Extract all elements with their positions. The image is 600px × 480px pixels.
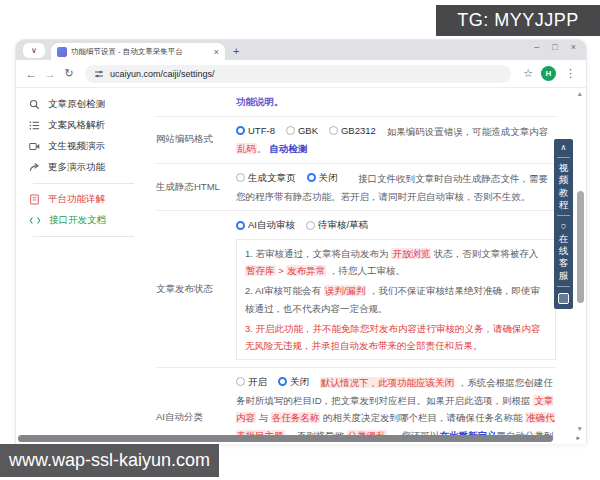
radio-label: 关闭 — [319, 169, 338, 187]
sidebar-item-label: 更多演示功能 — [48, 161, 105, 174]
tab-strip: ∨ 功能细节设置 - 自动文章采集平台 × + – □ × — [16, 40, 586, 60]
radio-classify-off[interactable]: 关闭 — [278, 373, 309, 391]
menu-dots-icon[interactable]: ⋮ — [565, 67, 576, 80]
sidebar-item-label: 平台功能详解 — [48, 193, 105, 206]
radio-classify-on[interactable]: 开启 — [236, 373, 267, 391]
address-bar[interactable]: ucaiyun.com/caiji/settings/ — [85, 65, 511, 83]
browser-toolbar: ← → ↻ ucaiyun.com/caiji/settings/ ☆ H ⋮ — [16, 60, 586, 88]
value-line: UTF-8GBKGB2312如果编码设置错误，可能造成文章内容 乱码。 自动检测 — [236, 122, 556, 158]
reload-button[interactable]: ↻ — [62, 67, 76, 80]
vertical-scroll-thumb[interactable] — [577, 191, 584, 303]
sidebar-divider — [33, 236, 134, 237]
rail-divider — [557, 157, 570, 158]
text-segment: 1. 若审核通过，文章将自动发布为 — [245, 248, 391, 259]
sidebar-item-more-demos[interactable]: 更多演示功能 — [29, 157, 148, 178]
rail-divider — [557, 286, 570, 287]
browser-window: ∨ 功能细节设置 - 自动文章采集平台 × + – □ × ← → ↻ — [16, 40, 586, 443]
text-segment: 发布异常 — [286, 265, 326, 276]
video-tutorial-tab[interactable]: 视频教程 — [559, 161, 569, 212]
audit-notes-box: 1. 若审核通过，文章将自动发布为 开放浏览 状态，否则文章将被存入 暂存库 >… — [236, 239, 556, 360]
function-description-link[interactable]: 功能说明。 — [236, 96, 284, 107]
note-paragraph: 2. AI审核可能会有 误判/漏判 ，我们不保证审核结果绝对准确，即使审核通过，… — [245, 282, 547, 316]
auto-detect-link[interactable]: 自动检测 — [269, 143, 307, 154]
sidebar-item-label: 接口开发文档 — [49, 214, 106, 227]
radio-pending-draft[interactable]: 待审核/草稿 — [306, 216, 368, 234]
minimize-button[interactable]: – — [534, 42, 539, 52]
radio-label: 关闭 — [290, 373, 309, 391]
settings-row-publish-status: 文章发布状态AI自动审核待审核/草稿1. 若审核通过，文章将自动发布为 开放浏览… — [156, 211, 556, 367]
sidebar-item-style-analysis[interactable]: 文案风格解析 — [29, 115, 148, 136]
horizontal-scroll-thumb[interactable] — [18, 435, 553, 442]
radio-label: AI自动审核 — [248, 216, 295, 234]
radio-dot — [236, 173, 245, 182]
forward-button[interactable]: → — [43, 68, 57, 80]
horizontal-scrollbar[interactable]: ▸ — [18, 434, 570, 443]
radio-dot — [307, 173, 316, 182]
list-icon — [29, 120, 40, 131]
settings-row-static-html: 生成静态HTML生成文章页关闭 接口文件收到文章时自动生成静态文件，需要您的程序… — [156, 164, 556, 211]
new-tab-button[interactable]: + — [233, 45, 239, 57]
radio-utf8[interactable]: UTF-8 — [236, 122, 275, 140]
radio-dot — [236, 221, 245, 230]
radio-dot — [278, 377, 287, 386]
browser-tab[interactable]: 功能细节设置 - 自动文章采集平台 × — [51, 43, 225, 60]
doc-icon — [29, 194, 40, 205]
vertical-scrollbar[interactable]: ▲ ▼ — [574, 88, 586, 444]
collapse-rail-icon[interactable]: ∧ — [561, 142, 567, 154]
search-icon — [29, 99, 40, 110]
value-line: 生成文章页关闭 接口文件收到文章时自动生成静态文件，需要您的程序带有静态功能。若… — [236, 169, 556, 205]
tab-search-button[interactable]: ∨ — [23, 43, 45, 58]
radio-gbk[interactable]: GBK — [286, 122, 318, 140]
radio-gb2312[interactable]: GB2312 — [329, 122, 376, 140]
scroll-right-icon[interactable]: ▸ — [576, 434, 580, 442]
rail-tab-char: 视 — [559, 162, 569, 174]
bookmark-star-icon[interactable]: ☆ — [523, 67, 533, 80]
sidebar-divider — [33, 183, 134, 184]
text-segment: > — [276, 265, 287, 276]
sidebar-item-text-to-video-demo[interactable]: 文生视频演示 — [29, 136, 148, 157]
radio-dot — [286, 126, 295, 135]
row-label: 生成静态HTML — [156, 167, 236, 207]
tab-favicon — [57, 47, 67, 57]
rail-tab-char: 频 — [559, 174, 569, 186]
back-button[interactable]: ← — [24, 68, 38, 80]
radio-static-off[interactable]: 关闭 — [307, 169, 338, 187]
scroll-up-icon[interactable]: ▲ — [577, 90, 583, 97]
headset-icon: ○ — [561, 220, 567, 232]
sidebar: 文章原创检测文案风格解析文生视频演示更多演示功能平台功能详解接口开发文档 — [16, 88, 148, 444]
rail-divider — [557, 215, 570, 216]
code-icon — [29, 215, 41, 226]
scroll-down-icon[interactable]: ▼ — [577, 425, 583, 432]
radio-generate-article-page[interactable]: 生成文章页 — [236, 169, 296, 187]
maximize-button[interactable]: □ — [552, 42, 557, 52]
site-info-icon[interactable] — [94, 69, 104, 79]
text-segment: 误判/漏判 — [324, 285, 367, 296]
note-paragraph: 1. 若审核通过，文章将自动发布为 开放浏览 状态，否则文章将被存入 暂存库 >… — [245, 245, 547, 279]
profile-avatar[interactable]: H — [541, 66, 556, 81]
video-icon — [29, 141, 40, 152]
window-controls: – □ × — [534, 42, 576, 52]
row-value: AI自动审核待审核/草稿1. 若审核通过，文章将自动发布为 开放浏览 状态，否则… — [236, 214, 556, 363]
mini-logo-icon[interactable] — [558, 293, 569, 304]
rail-tab-char: 教 — [559, 187, 569, 199]
watermark: www.wap-ssl-kaiyun.com — [0, 444, 219, 477]
text-segment: 3. 开启此功能，并不能免除您对发布内容进行审核的义务，请确保内容无风险无违规，… — [245, 323, 541, 351]
sidebar-item-platform-features[interactable]: 平台功能详解 — [29, 189, 148, 210]
text-segment: 各任务名称 — [271, 412, 321, 423]
sidebar-item-originality-check[interactable]: 文章原创检测 — [29, 94, 148, 115]
close-button[interactable]: × — [571, 42, 576, 52]
text-segment: ，待您人工审核。 — [326, 265, 405, 276]
radio-dot — [306, 221, 315, 230]
radio-ai-auto-audit[interactable]: AI自动审核 — [236, 216, 295, 234]
text-segment: 的相关度决定发到哪个栏目，请确保任务名称能 — [320, 412, 525, 423]
row-value: 功能说明。 — [236, 91, 556, 113]
text-segment: 如果编码设置错误，可能造成文章内容 — [387, 126, 549, 137]
text-segment: 。 — [257, 143, 269, 154]
online-service-tab[interactable]: ○在线客服 — [559, 219, 569, 283]
url-text: ucaiyun.com/caiji/settings/ — [110, 69, 215, 79]
settings-rows: 功能说明。网站编码格式UTF-8GBKGB2312如果编码设置错误，可能造成文章… — [148, 88, 586, 444]
text-segment: 默认情况下，此项功能应该关闭 — [320, 377, 455, 388]
sidebar-item-api-docs[interactable]: 接口开发文档 — [29, 210, 148, 231]
tab-close-icon[interactable]: × — [214, 47, 219, 57]
note-paragraph: 3. 开启此功能，并不能免除您对发布内容进行审核的义务，请确保内容无风险无违规，… — [245, 320, 547, 354]
